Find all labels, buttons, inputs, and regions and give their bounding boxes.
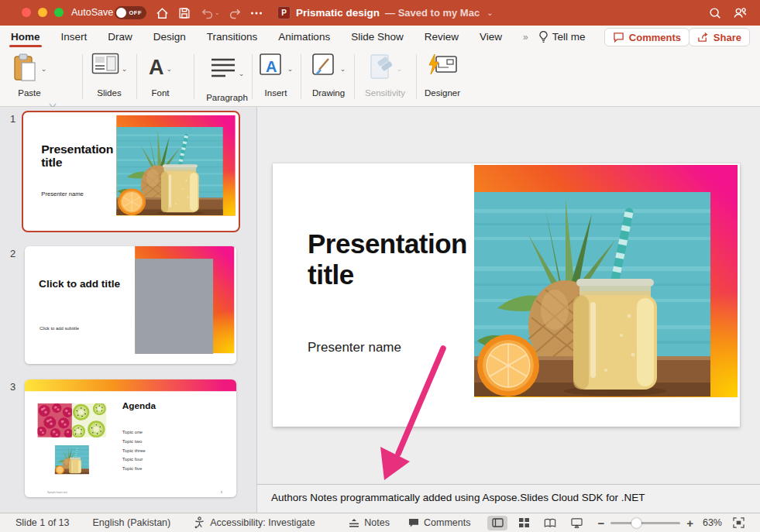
tab-review[interactable]: Review <box>425 26 459 48</box>
title-chevron-icon: ⌄ <box>487 9 493 17</box>
autosave-state: OFF <box>129 6 143 19</box>
minimize-window-button[interactable] <box>38 8 47 17</box>
reading-view-button[interactable] <box>540 516 560 530</box>
normal-view-icon <box>492 518 504 527</box>
designer-button[interactable]: Designer <box>418 53 466 98</box>
zoom-slider[interactable] <box>610 522 680 524</box>
comments-button[interactable]: Comments <box>604 28 690 46</box>
tab-view[interactable]: View <box>480 26 502 48</box>
tell-me-control[interactable]: Tell me <box>538 30 586 43</box>
save-icon[interactable] <box>176 5 193 22</box>
topic-item: Topic five <box>122 465 146 474</box>
tab-overflow-indicator[interactable]: » <box>523 32 528 43</box>
language-selector[interactable]: English (Pakistan) <box>93 517 171 528</box>
topic-item: Topic three <box>122 446 146 455</box>
document-title: Prismatic design <box>296 7 380 19</box>
slide-title-text[interactable]: Presentation title <box>308 228 501 290</box>
accessibility-checker[interactable]: Accessibility: Investigate <box>194 517 315 529</box>
tab-transitions[interactable]: Transitions <box>207 26 258 48</box>
presence-contacts-icon[interactable] <box>731 5 748 22</box>
thumb1-subtitle: Presenter name <box>41 190 84 197</box>
slide-thumbnail-panel: 1 Presentation title Presenter name 2 Cl… <box>0 107 257 513</box>
thumb1-photo <box>116 127 223 215</box>
slide-subtitle-text[interactable]: Presenter name <box>308 340 401 355</box>
document-save-status: — Saved to my Mac <box>385 7 480 19</box>
tab-home[interactable]: Home <box>11 26 40 48</box>
thumb3-photo-collage <box>37 403 106 487</box>
slideshow-view-button[interactable] <box>566 516 586 530</box>
font-button[interactable]: A ⌄ Font <box>139 53 181 98</box>
notes-toggle[interactable]: Notes <box>349 517 390 528</box>
search-icon[interactable] <box>707 5 724 22</box>
tab-design[interactable]: Design <box>153 26 186 48</box>
titlebar: AutoSave OFF ⌄ P Prismatic design — Save… <box>0 0 760 26</box>
comments-button-label: Comments <box>629 32 681 43</box>
thumb3-slide-number: 3 <box>221 490 222 493</box>
home-icon[interactable] <box>153 5 170 22</box>
zoom-percentage[interactable]: 63% <box>703 517 722 528</box>
font-icon: A <box>149 53 164 82</box>
paste-button[interactable]: ⌄ Paste <box>6 53 53 98</box>
thumbnail-number: 2 <box>10 248 15 259</box>
paragraph-button[interactable]: ⌄ Paragraph <box>200 53 254 102</box>
autosave-label: AutoSave <box>71 0 113 26</box>
thumb1-title: Presentation title <box>41 142 129 169</box>
slide-counter[interactable]: Slide 1 of 13 <box>15 517 70 528</box>
document-title-group[interactable]: P Prismatic design — Saved to my Mac ⌄ <box>277 0 493 26</box>
tab-draw[interactable]: Draw <box>108 26 132 48</box>
toggle-knob <box>116 8 126 18</box>
slide-editing-area: Presentation title Presenter name <box>257 107 760 484</box>
accessibility-label: Accessibility: Investigate <box>210 517 315 528</box>
redo-icon[interactable] <box>226 5 243 22</box>
slideshow-icon <box>571 518 583 528</box>
more-toolbar-icon[interactable] <box>248 5 265 22</box>
designer-icon <box>427 53 458 77</box>
zoom-in-button[interactable]: + <box>686 517 693 530</box>
slides-button[interactable]: ⌄ Slides <box>85 53 133 98</box>
lightbulb-icon <box>538 30 549 43</box>
zoom-window-button[interactable] <box>54 8 64 17</box>
slide-thumbnail-3[interactable]: Agenda Topic one Topic two Topic three T… <box>25 379 236 497</box>
comments-icon <box>408 518 419 528</box>
notes-toggle-label: Notes <box>364 517 390 528</box>
notes-panel[interactable]: Authors Notes programmatically added usi… <box>257 484 760 513</box>
thumb2-title: Click to add title <box>39 278 126 290</box>
zoom-slider-thumb[interactable] <box>631 518 641 528</box>
zoom-out-button[interactable]: − <box>597 517 604 530</box>
raspberry-photo <box>37 403 72 438</box>
sensitivity-tags-icon <box>368 53 394 81</box>
ribbon: ⌄ Paste ⌄ ⌄ Slides A ⌄ <box>0 48 760 107</box>
tab-slide-show[interactable]: Slide Show <box>351 26 404 48</box>
drawing-button[interactable]: ⌄ Drawing <box>305 53 352 98</box>
fit-window-icon <box>733 517 745 528</box>
comments-toggle[interactable]: Comments <box>408 517 470 528</box>
close-window-button[interactable] <box>22 8 31 17</box>
main-slide-canvas[interactable]: Presentation title Presenter name <box>273 163 740 427</box>
speaker-notes-text[interactable]: Authors Notes programmatically added usi… <box>271 492 645 503</box>
comment-bubble-icon <box>613 32 624 43</box>
tab-insert[interactable]: Insert <box>61 26 88 48</box>
fit-slide-to-window-button[interactable] <box>733 517 745 528</box>
tab-animations[interactable]: Animations <box>278 26 330 48</box>
slide-sorter-view-button[interactable] <box>514 516 534 530</box>
insert-button[interactable]: A ⌄ Insert <box>254 53 297 98</box>
thumb3-footer: Sample footer text <box>47 491 67 493</box>
undo-chevron-icon[interactable]: ⌄ <box>215 9 220 16</box>
autosave-toggle[interactable]: OFF <box>115 6 146 19</box>
topic-item: Topic two <box>122 437 146 446</box>
undo-icon[interactable] <box>198 5 215 22</box>
paragraph-label: Paragraph <box>200 93 254 102</box>
thumb3-topics: Topic one Topic two Topic three Topic fo… <box>122 428 146 474</box>
slide-thumbnail-1[interactable]: Presentation title Presenter name <box>22 111 240 232</box>
powerpoint-app-icon: P <box>277 6 291 19</box>
ribbon-tabs: Home Insert Draw Design Transitions Anim… <box>11 26 585 48</box>
normal-view-button[interactable] <box>487 516 507 530</box>
sensitivity-button: ⌄ Sensitivity <box>358 53 412 98</box>
svg-text:A: A <box>266 58 277 75</box>
slide-thumbnail-2[interactable]: Click to add title Click to add subtitle <box>25 246 236 364</box>
font-label: Font <box>139 88 181 98</box>
slides-layout-icon <box>91 53 119 74</box>
slide-smoothie-photo[interactable] <box>474 192 710 396</box>
share-button[interactable]: Share <box>689 28 750 46</box>
drawing-label: Drawing <box>305 88 352 98</box>
